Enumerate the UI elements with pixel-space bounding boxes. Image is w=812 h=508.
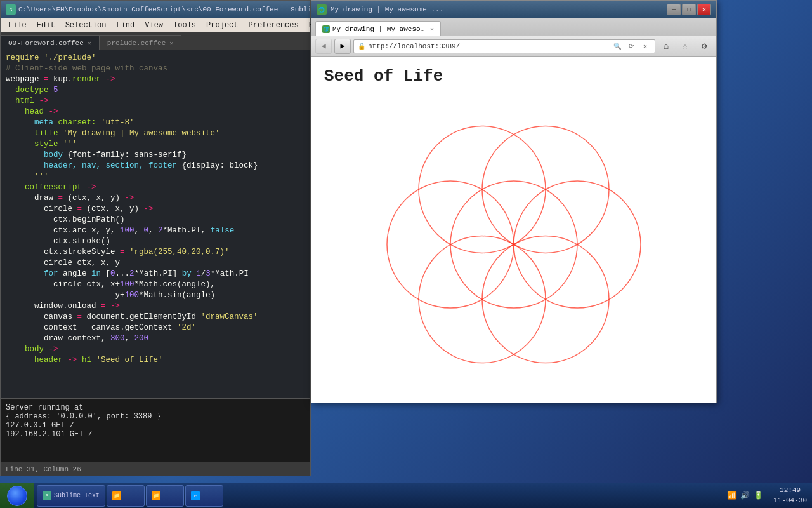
code-line: body ->	[1, 344, 310, 355]
code-editor[interactable]: require './prelude' # Client-side web pa…	[1, 50, 310, 398]
forward-button[interactable]: ▶	[334, 39, 351, 54]
code-line: style '''	[1, 139, 310, 150]
code-line: header -> h1 'Seed of Life'	[1, 355, 310, 366]
back-button[interactable]: ◀	[315, 39, 332, 54]
code-line: header, nav, section, footer {display: b…	[1, 161, 310, 171]
menu-view[interactable]: View	[140, 18, 168, 32]
clock-date: 11-04-30	[773, 496, 807, 505]
taskbar-items: S Sublime Text 📁 📁 e	[34, 485, 727, 507]
tab-foreword-close[interactable]: ✕	[88, 39, 91, 47]
code-line: meta charset: 'utf-8'	[1, 117, 310, 128]
code-line: y+100*Math.sin(angle)	[1, 290, 310, 301]
address-text: http://localhost:3389/	[368, 43, 609, 50]
code-line: circle ctx, x+100*Math.cos(angle),	[1, 279, 310, 290]
browser-tab-bar: 🌐 My drawing | My awesome ... ✕	[311, 18, 716, 36]
taskbar-item-sublime-label: Sublime Text	[54, 492, 100, 499]
menu-find[interactable]: Find	[111, 18, 140, 32]
terminal-output: Server running at { address: '0.0.0.0', …	[1, 398, 310, 462]
code-line: for angle in [0...2*Math.PI] by 1/3*Math…	[1, 269, 310, 279]
address-bar[interactable]: 🔒 http://localhost:3389/ 🔍 ⟳ ✕	[353, 39, 655, 53]
browser-tab-close[interactable]: ✕	[430, 25, 434, 33]
volume-icon: 🔊	[740, 491, 750, 500]
home-button[interactable]: ⌂	[658, 39, 674, 54]
taskbar-item-sublime[interactable]: S Sublime Text	[37, 485, 105, 507]
settings-button[interactable]: ⚙	[696, 39, 712, 54]
sublime-taskbar-icon: S	[43, 491, 51, 500]
sublime-app-icon: S	[6, 4, 16, 15]
terminal-line: { address: '0.0.0.0', port: 3389 }	[6, 412, 305, 421]
code-line: ctx.beginPath()	[1, 215, 310, 225]
menu-edit[interactable]: Edit	[32, 18, 60, 32]
browser-navbar: ◀ ▶ 🔒 http://localhost:3389/ 🔍 ⟳ ✕ ⌂ ☆ ⚙	[311, 36, 716, 57]
battery-icon: 🔋	[754, 491, 763, 500]
browser-window-controls: ─ □ ✕	[667, 4, 711, 15]
menu-tools[interactable]: Tools	[168, 18, 201, 32]
menu-bar: File Edit Selection Find View Tools Proj…	[1, 18, 310, 32]
start-button[interactable]	[0, 483, 34, 509]
network-icon: 📶	[727, 491, 737, 500]
browser-window: 🌐 My drawing | My awesome ... ─ □ ✕ 🌐 My…	[311, 0, 717, 403]
terminal-line: 192.168.2.101 GET /	[6, 430, 305, 439]
browser-favicon: 🌐	[317, 4, 327, 15]
taskbar-system-tray: 📶 🔊 🔋	[727, 491, 768, 500]
code-line: ctx.stroke()	[1, 236, 310, 247]
code-line: circle = (ctx, x, y) ->	[1, 204, 310, 215]
browser-tab-active[interactable]: 🌐 My drawing | My awesome ... ✕	[315, 21, 441, 36]
browser-tab-label: My drawing | My awesome ...	[332, 25, 428, 33]
ie-taskbar-icon: e	[191, 491, 200, 500]
security-icon: 🔒	[358, 43, 365, 50]
code-line: '''	[1, 171, 310, 182]
browser-title-text: My drawing | My awesome ...	[331, 6, 443, 13]
code-line: coffeescript ->	[1, 182, 310, 193]
refresh-icon[interactable]: ⟳	[625, 41, 637, 52]
code-line: draw context, 300, 200	[1, 333, 310, 344]
code-line: context = canvas.getContext '2d'	[1, 323, 310, 333]
code-line: # Client-side web page with canvas	[1, 64, 310, 74]
menu-project[interactable]: Project	[201, 18, 243, 32]
browser-maximize-button[interactable]: □	[682, 4, 696, 15]
sublime-text-window: S C:\Users\EH\Dropbox\Smooth CoffeeScrip…	[0, 0, 311, 476]
menu-selection[interactable]: Selection	[60, 18, 112, 32]
browser-title-area: 🌐 My drawing | My awesome ...	[317, 4, 667, 15]
seed-of-life-canvas	[324, 92, 704, 397]
tab-prelude-close[interactable]: ✕	[169, 39, 173, 47]
file-taskbar-icon: 📁	[152, 491, 160, 500]
code-line: html ->	[1, 96, 310, 107]
code-line: head ->	[1, 107, 310, 117]
terminal-line: Server running at	[6, 403, 305, 412]
windows-orb	[7, 486, 27, 506]
tab-favicon: 🌐	[322, 25, 330, 33]
browser-content: Seed of Life	[311, 57, 716, 403]
browser-close-button[interactable]: ✕	[697, 4, 711, 15]
stop-icon[interactable]: ✕	[639, 41, 651, 52]
menu-preferences[interactable]: Preferences	[244, 18, 304, 32]
system-clock: 12:49 11-04-30	[768, 486, 812, 505]
cursor-position: Line 31, Column 26	[6, 465, 81, 473]
code-line: require './prelude'	[1, 53, 310, 64]
menu-file[interactable]: File	[3, 18, 32, 32]
search-icon[interactable]: 🔍	[612, 41, 623, 52]
tab-prelude-label: prelude.coffee	[107, 39, 166, 47]
taskbar-item-explorer1[interactable]: 📁	[107, 485, 145, 507]
sublime-titlebar: S C:\Users\EH\Dropbox\Smooth CoffeeScrip…	[1, 1, 310, 18]
code-line: window.onload = ->	[1, 301, 310, 312]
tab-foreword[interactable]: 00-Foreword.coffee ✕	[1, 35, 100, 50]
clock-time: 12:49	[773, 486, 807, 495]
code-line: body {font-family: sans-serif}	[1, 150, 310, 161]
browser-titlebar: 🌐 My drawing | My awesome ... ─ □ ✕	[311, 1, 716, 18]
code-line: ctx.strokeStyle = 'rgba(255,40,20,0.7)'	[1, 247, 310, 258]
taskbar: S Sublime Text 📁 📁 e 📶 🔊 🔋 12:49 11-04-3…	[0, 483, 812, 508]
taskbar-item-ie[interactable]: e	[185, 485, 223, 507]
taskbar-item-explorer2[interactable]: 📁	[146, 485, 184, 507]
code-line: circle ctx, x, y	[1, 258, 310, 269]
tab-prelude[interactable]: prelude.coffee ✕	[100, 35, 181, 50]
status-bar: Line 31, Column 26	[1, 462, 310, 476]
explorer-taskbar-icon: 📁	[112, 491, 121, 500]
tab-bar: 00-Foreword.coffee ✕ prelude.coffee ✕	[1, 32, 310, 50]
tab-foreword-label: 00-Foreword.coffee	[8, 39, 84, 47]
code-line: title 'My drawing | My awesome website'	[1, 128, 310, 139]
browser-minimize-button[interactable]: ─	[667, 4, 681, 15]
terminal-line: 127.0.0.1 GET /	[6, 421, 305, 430]
code-line: doctype 5	[1, 85, 310, 96]
favorites-button[interactable]: ☆	[677, 39, 693, 54]
